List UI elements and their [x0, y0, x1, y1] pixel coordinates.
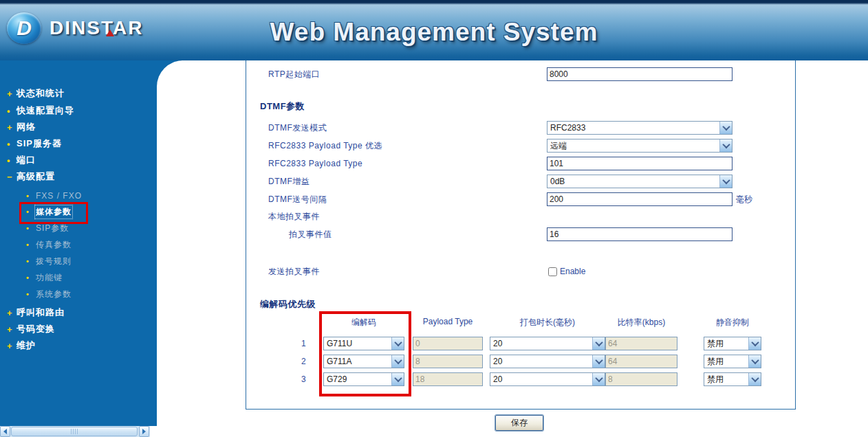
- rfc2833-pref-value: 远端: [547, 140, 719, 152]
- dot-icon: •: [26, 240, 36, 249]
- sidebar-item-label: 媒体参数: [36, 206, 72, 218]
- save-button[interactable]: 保存: [495, 415, 543, 431]
- send-hookflash-checkbox[interactable]: [548, 267, 557, 276]
- vad-select-3[interactable]: 禁用: [704, 372, 761, 386]
- scrollbar-thumb[interactable]: [11, 427, 138, 436]
- sidebar-item-function-key[interactable]: •功能键: [26, 271, 63, 284]
- sidebar-item-media-params[interactable]: •媒体参数: [26, 205, 72, 218]
- ptime-select-3[interactable]: 20: [490, 372, 605, 386]
- sidebar-item-label: SIP服务器: [17, 137, 62, 150]
- codec-col-header: 编解码: [323, 317, 404, 328]
- sidebar-item-quick-wizard[interactable]: •快速配置向导: [7, 104, 74, 117]
- codec-value: G711U: [324, 339, 391, 348]
- ptime-value: 20: [490, 339, 592, 348]
- page-title: Web Management System: [0, 18, 868, 47]
- horizontal-scrollbar[interactable]: [0, 426, 150, 437]
- dtmf-gain-value: 0dB: [547, 177, 719, 186]
- sidebar-item-label: 拨号规则: [36, 256, 72, 267]
- bitrate-col-header: 比特率(kbps): [605, 317, 677, 328]
- payload-type-input-3: [413, 372, 483, 386]
- sidebar-item-fax-params[interactable]: •传真参数: [26, 238, 72, 251]
- sidebar-item-fxs-fxo[interactable]: •FXS / FXO: [26, 189, 82, 203]
- sidebar-item-sip-server[interactable]: •SIP服务器: [7, 137, 62, 150]
- hookflash-value-label: 拍叉事件值: [289, 227, 332, 241]
- chevron-down-icon[interactable]: [592, 337, 605, 350]
- send-hookflash-label: 发送拍叉事件: [268, 265, 320, 278]
- sidebar-item-status[interactable]: +状态和统计: [7, 87, 65, 100]
- scroll-left-button[interactable]: [0, 426, 10, 437]
- payload-type-input-2: [413, 355, 483, 368]
- chevron-down-icon[interactable]: [391, 337, 404, 350]
- chevron-down-icon[interactable]: [592, 373, 605, 385]
- chevron-down-icon[interactable]: [748, 337, 761, 350]
- sidebar-item-advanced-config[interactable]: −高级配置: [7, 170, 55, 183]
- codec-row-index: 2: [301, 355, 306, 368]
- sidebar-item-label: 维护: [17, 339, 36, 352]
- sidebar-item-number-transform[interactable]: +号码变换: [7, 322, 55, 336]
- local-hookflash-label: 本地拍叉事件: [268, 210, 320, 223]
- collapse-minus-icon: −: [7, 172, 17, 182]
- expand-plus-icon: +: [7, 308, 17, 318]
- dtmf-mode-label: DTMF发送模式: [268, 121, 327, 135]
- expand-plus-icon: +: [7, 89, 17, 99]
- chevron-down-icon[interactable]: [719, 139, 732, 152]
- header-banner: D DINSTAR Web Management System: [0, 0, 868, 60]
- dtmf-mode-select[interactable]: RFC2833: [547, 121, 733, 135]
- chevron-down-icon[interactable]: [719, 122, 732, 134]
- codec-section-title: 编解码优先级: [260, 298, 316, 311]
- dot-icon: •: [7, 139, 17, 149]
- bitrate-input-1: [605, 337, 677, 350]
- chevron-down-icon[interactable]: [748, 373, 761, 385]
- sidebar-item-dial-rule[interactable]: •拨号规则: [26, 254, 72, 268]
- codec-select-3[interactable]: G729: [323, 372, 404, 386]
- rfc2833-pt-input[interactable]: [547, 157, 733, 170]
- hookflash-value-input[interactable]: [547, 227, 733, 241]
- bitrate-input-2: [605, 355, 677, 368]
- dtmf-gain-select[interactable]: 0dB: [547, 175, 733, 188]
- sidebar-item-label: SIP参数: [36, 223, 69, 234]
- chevron-down-icon[interactable]: [719, 175, 732, 188]
- ptime-select-2[interactable]: 20: [490, 355, 605, 368]
- enable-checkbox-label: Enable: [560, 265, 585, 278]
- vad-select-2[interactable]: 禁用: [704, 355, 761, 368]
- dot-icon: •: [26, 257, 36, 265]
- dot-icon: •: [26, 208, 36, 216]
- dtmf-interval-input[interactable]: [547, 192, 733, 206]
- codec-value: G711A: [324, 357, 391, 366]
- sidebar-item-network[interactable]: +网络: [7, 120, 36, 134]
- ptime-col-header: 打包时长(毫秒): [490, 317, 605, 328]
- sidebar-item-port[interactable]: •端口: [7, 153, 36, 167]
- codec-select-2[interactable]: G711A: [323, 355, 404, 368]
- expand-plus-icon: +: [7, 122, 17, 133]
- sidebar-item-label: 呼叫和路由: [17, 306, 65, 319]
- dot-icon: •: [7, 155, 17, 166]
- sidebar-item-label: 状态和统计: [17, 87, 65, 100]
- expand-plus-icon: +: [7, 324, 17, 335]
- ptime-value: 20: [490, 357, 592, 366]
- rfc2833-pref-select[interactable]: 远端: [547, 139, 733, 153]
- sidebar-item-maintenance[interactable]: +维护: [7, 339, 36, 352]
- codec-select-1[interactable]: G711U: [323, 337, 404, 350]
- vad-value: 禁用: [704, 338, 748, 350]
- chevron-down-icon[interactable]: [592, 355, 605, 368]
- dtmf-section-title: DTMF参数: [260, 100, 305, 113]
- dtmf-mode-value: RFC2833: [547, 123, 719, 133]
- vad-select-1[interactable]: 禁用: [704, 337, 761, 350]
- chevron-down-icon[interactable]: [748, 355, 761, 368]
- sidebar-item-label: 号码变换: [17, 323, 55, 335]
- rfc2833-pt-label: RFC2833 Payload Type: [268, 157, 362, 170]
- dtmf-interval-label: DTMF送号间隔: [268, 192, 327, 206]
- arrow-right-icon: [142, 429, 146, 434]
- ptime-select-1[interactable]: 20: [490, 337, 605, 350]
- scroll-right-button[interactable]: [139, 426, 149, 437]
- scrollbar-grip-icon: [71, 429, 78, 434]
- sidebar-item-call-routing[interactable]: +呼叫和路由: [7, 306, 65, 320]
- rtp-port-label: RTP起始端口: [268, 67, 320, 81]
- sidebar-item-system-params[interactable]: •系统参数: [26, 287, 72, 301]
- chevron-down-icon[interactable]: [391, 373, 404, 385]
- dot-icon: •: [7, 106, 17, 116]
- sidebar-item-sip-params[interactable]: •SIP参数: [26, 221, 69, 235]
- rtp-port-input[interactable]: [547, 67, 733, 81]
- chevron-down-icon[interactable]: [391, 355, 404, 368]
- sidebar-item-label: FXS / FXO: [36, 191, 82, 201]
